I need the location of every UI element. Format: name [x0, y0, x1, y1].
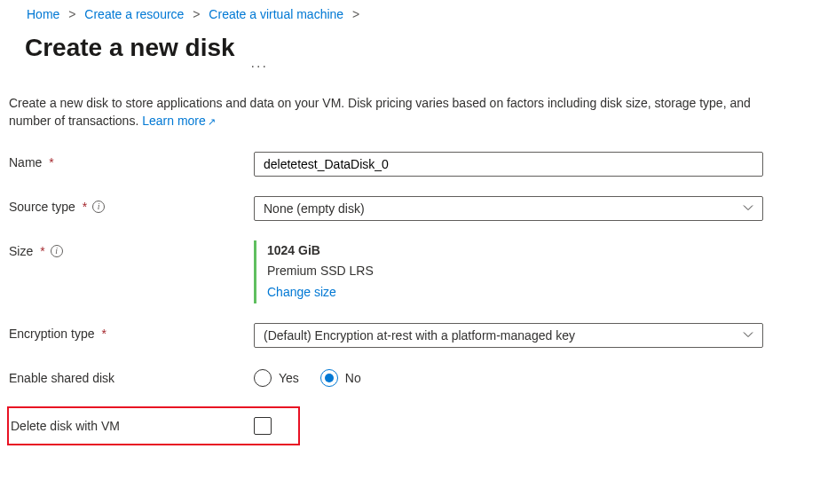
chevron-down-icon — [743, 201, 753, 216]
chevron-down-icon — [743, 328, 753, 343]
source-type-label: Source type — [9, 200, 75, 214]
enable-shared-disk-label: Enable shared disk — [9, 371, 114, 385]
learn-more-link[interactable]: Learn more↗ — [142, 114, 216, 128]
intro-text: Create a new disk to store applications … — [9, 94, 795, 130]
size-tier: Premium SSD LRS — [267, 261, 763, 282]
source-type-select[interactable]: None (empty disk) — [254, 196, 763, 221]
page-title: Create a new disk — [25, 34, 235, 62]
more-actions-icon[interactable]: ··· — [251, 59, 268, 75]
info-icon[interactable]: i — [92, 201, 105, 213]
chevron-right-icon: > — [193, 7, 200, 21]
required-asterisk: * — [40, 244, 44, 258]
external-link-icon: ↗ — [208, 116, 216, 127]
radio-label-no: No — [345, 371, 361, 385]
chevron-right-icon: > — [352, 7, 359, 21]
size-value: 1024 GiB — [267, 240, 763, 262]
size-label: Size — [9, 244, 33, 258]
size-summary: 1024 GiB Premium SSD LRS Change size — [254, 240, 763, 303]
delete-disk-with-vm-label: Delete disk with VM — [11, 419, 120, 433]
encryption-type-select[interactable]: (Default) Encryption at-rest with a plat… — [254, 323, 763, 348]
required-asterisk: * — [102, 327, 106, 341]
required-asterisk: * — [83, 200, 87, 214]
chevron-right-icon: > — [68, 7, 75, 21]
radio-icon — [254, 369, 272, 387]
breadcrumb-create-vm[interactable]: Create a virtual machine — [209, 7, 343, 21]
enable-shared-disk-radiogroup: Yes No — [254, 367, 763, 387]
encryption-type-label: Encryption type — [9, 327, 95, 341]
shared-disk-yes-radio[interactable]: Yes — [254, 369, 299, 387]
source-type-value: None (empty disk) — [264, 201, 365, 216]
shared-disk-no-radio[interactable]: No — [320, 369, 361, 387]
breadcrumb: Home > Create a resource > Create a virt… — [9, 7, 795, 21]
radio-label-yes: Yes — [279, 371, 299, 385]
radio-checked-icon — [320, 369, 338, 387]
breadcrumb-home[interactable]: Home — [27, 7, 59, 21]
info-icon[interactable]: i — [51, 245, 63, 257]
name-label: Name — [9, 155, 42, 169]
delete-disk-with-vm-row: Delete disk with VM — [7, 406, 300, 445]
intro-body: Create a new disk to store applications … — [9, 96, 751, 128]
encryption-type-value: (Default) Encryption at-rest with a plat… — [264, 328, 575, 343]
delete-disk-with-vm-checkbox[interactable] — [254, 417, 272, 435]
required-asterisk: * — [49, 155, 53, 169]
name-input[interactable] — [254, 152, 763, 177]
change-size-link[interactable]: Change size — [267, 285, 336, 299]
breadcrumb-create-resource[interactable]: Create a resource — [84, 7, 184, 21]
